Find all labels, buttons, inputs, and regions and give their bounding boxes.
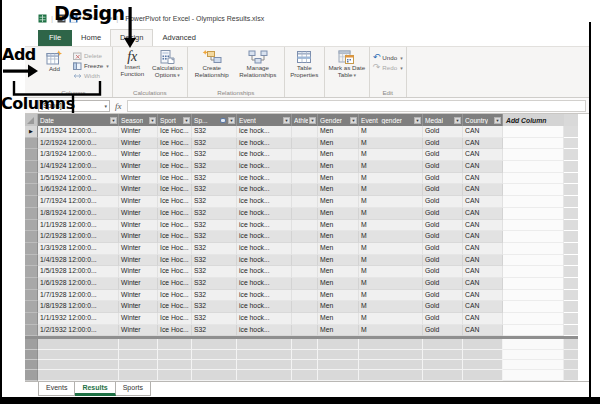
table-cell[interactable]: Gold [423,278,463,290]
table-cell[interactable]: 1/1/1932 12:00:0... [38,313,119,325]
table-cell[interactable]: ice hock... [237,126,292,138]
table-cell[interactable]: Winter [119,301,158,313]
table-cell[interactable]: Winter [119,208,158,220]
row-header[interactable] [25,325,38,337]
table-cell[interactable]: M [359,208,423,220]
table-cell[interactable]: Men [318,243,359,255]
row-header[interactable] [25,360,38,370]
table-cell[interactable]: ice hock... [237,290,292,302]
table-cell[interactable]: Men [318,220,359,232]
add-column-cell[interactable] [503,161,564,173]
empty-cell[interactable] [38,360,119,370]
table-cell[interactable]: Men [318,184,359,196]
table-cell[interactable]: CAN [463,255,503,267]
table-cell[interactable] [292,255,318,267]
table-cell[interactable]: M [359,138,423,150]
row-header[interactable] [25,208,38,220]
empty-cell[interactable] [463,370,503,380]
table-cell[interactable]: Ice Hoc... [158,243,192,255]
filter-dropdown-icon[interactable]: ▼ [454,117,461,124]
table-cell[interactable] [292,173,318,185]
table-cell[interactable]: Gold [423,266,463,278]
row-header[interactable] [25,278,38,290]
table-cell[interactable]: S32 [192,313,237,325]
table-cell[interactable]: S32 [192,290,237,302]
empty-cell[interactable] [38,339,119,349]
empty-cell[interactable] [423,339,463,349]
row-header[interactable] [25,220,38,232]
table-cell[interactable]: Ice Hoc... [158,290,192,302]
empty-cell[interactable] [423,370,463,380]
row-header[interactable] [25,313,38,325]
table-cell[interactable]: ice hock... [237,173,292,185]
add-column-cell[interactable] [503,290,564,302]
table-cell[interactable]: Ice Hoc... [158,313,192,325]
table-cell[interactable]: M [359,255,423,267]
table-cell[interactable]: ice hock... [237,243,292,255]
table-cell[interactable]: 1/6/1928 12:00:0... [38,278,119,290]
empty-cell[interactable] [318,360,359,370]
table-cell[interactable]: CAN [463,173,503,185]
table-cell[interactable]: Winter [119,138,158,150]
table-cell[interactable]: S32 [192,184,237,196]
table-cell[interactable]: CAN [463,266,503,278]
table-cell[interactable]: 1/8/1924 12:00:0... [38,208,119,220]
empty-cell[interactable] [463,360,503,370]
add-column-cell[interactable] [503,208,564,220]
table-cell[interactable]: S32 [192,208,237,220]
table-cell[interactable]: Ice Hoc... [158,231,192,243]
table-cell[interactable]: Gold [423,149,463,161]
table-cell[interactable]: CAN [463,208,503,220]
table-cell[interactable]: 1/1/1928 12:00:0... [38,220,119,232]
table-cell[interactable] [292,138,318,150]
add-column-cell[interactable] [503,173,564,185]
add-column-cell[interactable] [503,220,564,232]
row-header[interactable] [25,339,38,349]
add-column-cell[interactable] [503,278,564,290]
row-header[interactable] [25,255,38,267]
table-cell[interactable]: Gold [423,220,463,232]
table-cell[interactable]: CAN [463,243,503,255]
freeze-button[interactable]: Freeze ▾ [73,61,109,70]
table-cell[interactable] [292,161,318,173]
table-cell[interactable] [292,278,318,290]
table-cell[interactable]: Ice Hoc... [158,301,192,313]
empty-cell[interactable] [158,360,192,370]
row-header[interactable] [25,231,38,243]
table-cell[interactable]: S32 [192,325,237,337]
table-cell[interactable]: 1/1/1924 12:00:0... [38,126,119,138]
table-cell[interactable]: 1/4/1928 12:00:0... [38,255,119,267]
table-cell[interactable]: Winter [119,220,158,232]
add-column-button[interactable]: Add [38,49,71,73]
table-cell[interactable]: S32 [192,173,237,185]
table-cell[interactable] [292,266,318,278]
table-cell[interactable]: Gold [423,313,463,325]
table-cell[interactable]: S32 [192,149,237,161]
table-cell[interactable]: 1/3/1928 12:00:0... [38,243,119,255]
empty-cell[interactable] [192,370,237,380]
table-cell[interactable]: ice hock... [237,138,292,150]
table-cell[interactable]: Ice Hoc... [158,325,192,337]
column-header-season[interactable]: Season▼ [119,114,158,126]
add-column-cell[interactable] [503,243,564,255]
row-header[interactable] [25,184,38,196]
table-cell[interactable]: 1/2/1932 12:00:0... [38,325,119,337]
empty-cell[interactable] [237,370,292,380]
filter-dropdown-icon[interactable]: ▼ [110,117,117,124]
table-cell[interactable]: 1/4/1924 12:00:0... [38,161,119,173]
table-cell[interactable]: Men [318,126,359,138]
table-cell[interactable]: Winter [119,196,158,208]
table-cell[interactable]: Winter [119,126,158,138]
create-relationship-button[interactable]: Create Relationship [191,49,233,79]
table-cell[interactable]: Men [318,208,359,220]
table-cell[interactable]: Men [318,278,359,290]
table-cell[interactable]: M [359,278,423,290]
empty-cell[interactable] [119,370,158,380]
row-header[interactable] [25,290,38,302]
filter-dropdown-icon[interactable]: ▼ [228,117,235,124]
table-cell[interactable]: M [359,220,423,232]
empty-cell[interactable] [192,350,237,360]
width-button[interactable]: Width [73,71,109,80]
table-cell[interactable]: S32 [192,196,237,208]
empty-cell[interactable] [119,339,158,349]
